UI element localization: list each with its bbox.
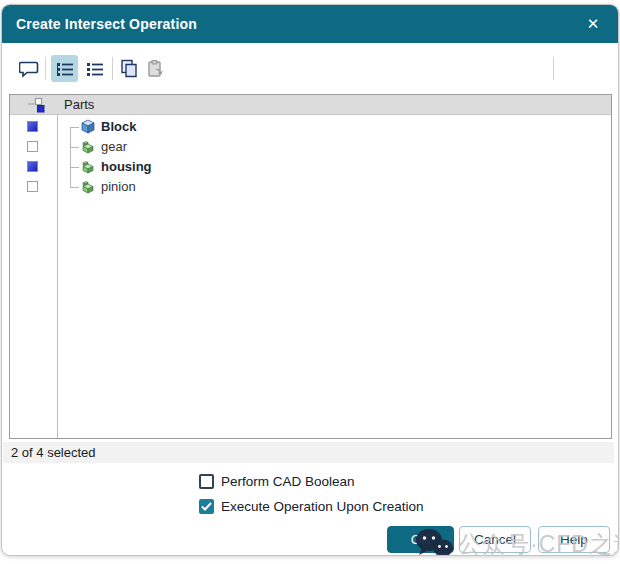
row-checkbox[interactable] — [27, 181, 38, 192]
toolbar-separator — [553, 57, 554, 80]
toolbar: .* — [2, 43, 618, 94]
row-checkbox[interactable] — [27, 141, 38, 152]
close-icon[interactable]: ✕ — [580, 12, 606, 36]
tree-stub — [70, 127, 79, 128]
part-icon — [80, 139, 96, 155]
ok-button[interactable]: OK — [387, 526, 454, 553]
checkbox-checked[interactable] — [199, 499, 214, 514]
paste-button[interactable] — [142, 55, 169, 82]
column-select-icon[interactable] — [28, 97, 45, 117]
part-icon — [80, 159, 96, 175]
tree-stub — [70, 187, 79, 188]
tree-row-pinion[interactable]: pinion — [10, 177, 611, 197]
comment-button[interactable] — [15, 55, 42, 82]
option-perform-cad-boolean[interactable]: Perform CAD Boolean — [199, 473, 355, 490]
toolbar-separator — [45, 57, 46, 80]
toolbar-separator — [112, 57, 113, 80]
tree-row-block[interactable]: Block — [10, 117, 611, 137]
help-button[interactable]: Help — [538, 526, 610, 553]
paste-icon — [146, 59, 165, 78]
check-icon — [201, 502, 212, 511]
row-checkbox[interactable] — [27, 121, 38, 132]
tree-view-icon — [56, 61, 74, 77]
tree-row-gear[interactable]: gear — [10, 137, 611, 157]
cube-icon — [80, 119, 96, 135]
list-view-button[interactable] — [81, 55, 108, 82]
tree-header: Parts — [10, 95, 611, 115]
copy-button[interactable] — [116, 55, 143, 82]
tree-body: Block gear — [10, 117, 611, 438]
tree-row-label: housing — [101, 157, 152, 177]
tree-stub — [70, 147, 79, 148]
option-label: Execute Operation Upon Creation — [221, 499, 424, 514]
checkbox-unchecked[interactable] — [199, 474, 214, 489]
tree-row-label: gear — [101, 137, 127, 157]
tree-view-button[interactable] — [51, 55, 78, 82]
create-intersect-dialog: Create Intersect Operation ✕ — [1, 4, 619, 556]
row-checkbox[interactable] — [27, 161, 38, 172]
tree-stub — [70, 167, 79, 168]
comment-icon — [19, 60, 39, 78]
tree-row-housing[interactable]: housing — [10, 157, 611, 177]
part-icon — [80, 179, 96, 195]
copy-icon — [120, 59, 139, 78]
tree-header-label: Parts — [64, 95, 94, 115]
list-view-icon — [86, 61, 104, 77]
titlebar: Create Intersect Operation ✕ — [2, 5, 618, 43]
tree-row-label: pinion — [101, 177, 136, 197]
option-execute-upon-creation[interactable]: Execute Operation Upon Creation — [199, 498, 424, 515]
parts-tree-panel: Parts Block — [9, 94, 612, 439]
tree-row-label: Block — [101, 117, 136, 137]
dialog-title: Create Intersect Operation — [16, 16, 197, 32]
cancel-button[interactable]: Cancel — [459, 526, 531, 553]
option-label: Perform CAD Boolean — [221, 474, 355, 489]
selection-status: 2 of 4 selected — [3, 442, 614, 463]
